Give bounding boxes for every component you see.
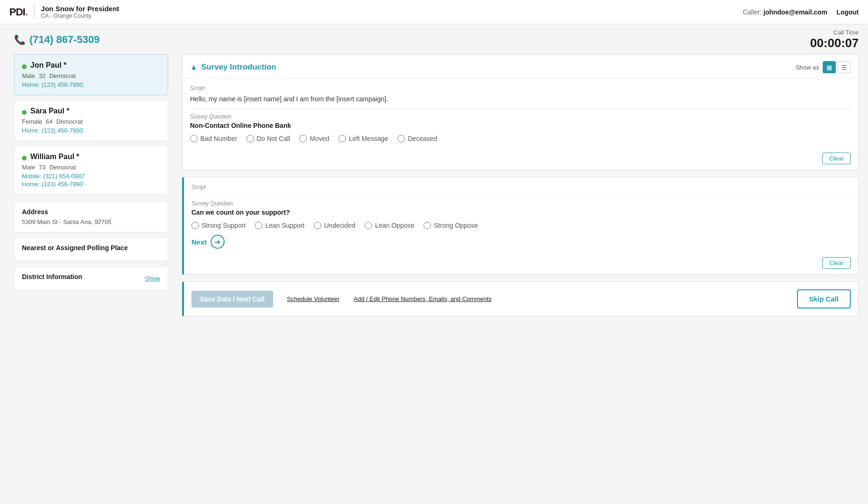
status-dot-jon	[22, 64, 27, 69]
radio-do-not-call[interactable]	[247, 135, 254, 142]
header-right: Caller: johndoe@email.com Logout	[743, 8, 859, 16]
district-section: District Information Show	[14, 266, 168, 290]
radio-undecided[interactable]	[314, 222, 321, 229]
option-lean-support[interactable]: Lean Support	[255, 222, 304, 229]
contact-age-jon: 32	[39, 72, 45, 79]
schedule-volunteer-link[interactable]: Schedule Volunteer	[287, 295, 340, 302]
show-as-section: Show as ▦ ☰	[796, 61, 851, 73]
survey-intro-title: ▲ Survey Introduction	[190, 63, 276, 72]
survey-intro-footer: Clear	[183, 153, 858, 170]
option-moved[interactable]: Moved	[299, 135, 329, 142]
radio-left-message[interactable]	[339, 135, 346, 142]
caller-label: Caller:	[743, 8, 762, 16]
option-label-lean-oppose: Lean Oppose	[375, 222, 414, 229]
option-label-strong-oppose: Strong Oppose	[434, 222, 478, 229]
main-content: 📞 (714) 867-5309 Jon Paul * Male 32 Demo…	[0, 24, 868, 326]
status-dot-william	[22, 156, 27, 161]
phone-number-display: 📞 (714) 867-5309	[14, 34, 168, 46]
contact-party-jon: Democrat	[49, 72, 76, 79]
survey-intro-header: ▲ Survey Introduction Show as ▦ ☰	[183, 55, 858, 78]
contact-name-row-william: William Paul *	[22, 153, 160, 164]
phone-home-william[interactable]: (123) 456-7890	[42, 181, 83, 188]
survey-support-card: Script Survey Question Can we count on y…	[182, 177, 859, 275]
script-label-intro: Script	[190, 85, 851, 91]
address-value: 5309 Main St - Santa Ana, 92705	[22, 218, 160, 225]
divider-intro	[190, 108, 851, 109]
phone-home-sara[interactable]: (123) 456-7890	[42, 127, 83, 134]
survey-support-body: Script Survey Question Can we count on y…	[184, 177, 858, 257]
option-lean-oppose[interactable]: Lean Oppose	[365, 222, 414, 229]
view-card-button[interactable]: ▦	[823, 61, 836, 73]
contact-party-william: Democrat	[49, 164, 76, 171]
radio-lean-oppose[interactable]	[365, 222, 372, 229]
survey-support-footer: Clear	[184, 257, 858, 274]
survey-intro-options: Bad Number Do Not Call Moved Left Messag…	[190, 135, 851, 142]
phone-home-jon[interactable]: (123) 456-7890	[42, 81, 83, 88]
option-label-deceased: Deceased	[408, 135, 437, 142]
save-next-call-button[interactable]: Save Data / Next Call	[191, 291, 273, 308]
clear-button-intro[interactable]: Clear	[822, 153, 851, 164]
contact-gender-william: Male	[22, 164, 35, 171]
next-icon-button[interactable]: ➜	[211, 235, 225, 249]
contact-name-row: Jon Paul *	[22, 61, 160, 72]
option-strong-oppose[interactable]: Strong Oppose	[423, 222, 478, 229]
phone-number-value: (714) 867-5309	[29, 34, 99, 46]
radio-bad-number[interactable]	[190, 135, 198, 142]
action-left: Save Data / Next Call Schedule Volunteer…	[191, 291, 492, 308]
campaign-sub: CA - Orange County	[41, 13, 120, 19]
phone-type-home-jon: Home:	[22, 81, 40, 88]
option-undecided[interactable]: Undecided	[314, 222, 355, 229]
option-label-left-message: Left Message	[349, 135, 388, 142]
logo: PDI.	[9, 6, 28, 18]
radio-lean-support[interactable]	[255, 222, 262, 229]
contact-phone-sara: Home: (123) 456-7890	[22, 127, 160, 134]
contact-name-row-sara: Sara Paul *	[22, 107, 160, 118]
radio-strong-support[interactable]	[191, 222, 199, 229]
logout-button[interactable]: Logout	[837, 8, 859, 16]
option-do-not-call[interactable]: Do Not Call	[247, 135, 290, 142]
option-deceased[interactable]: Deceased	[397, 135, 437, 142]
contact-age-sara: 64	[46, 118, 52, 125]
contact-age-william: 73	[39, 164, 45, 171]
contact-card-jon[interactable]: Jon Paul * Male 32 Democrat Home: (123) …	[14, 54, 168, 95]
address-section: Address 5309 Main St - Santa Ana, 92705	[14, 201, 168, 232]
district-show-link[interactable]: Show	[145, 275, 160, 282]
contact-card-william[interactable]: William Paul * Male 73 Democrat Mobile: …	[14, 146, 168, 195]
survey-question-label-intro: Survey Question	[190, 113, 851, 120]
add-edit-link[interactable]: Add / Edit Phone Numbers, Emails, and Co…	[353, 295, 492, 302]
clear-button-support[interactable]: Clear	[822, 257, 851, 269]
view-list-button[interactable]: ☰	[838, 61, 851, 73]
phone-type-home-sara: Home:	[22, 127, 40, 134]
radio-strong-oppose[interactable]	[423, 222, 431, 229]
survey-intro-body: Script Hello, my name is [insert name] a…	[183, 78, 858, 153]
chevron-up-icon[interactable]: ▲	[190, 63, 198, 71]
option-label-moved: Moved	[310, 135, 329, 142]
phone-mobile-william[interactable]: (321) 654-0987	[43, 173, 85, 180]
radio-moved[interactable]	[299, 135, 307, 142]
survey-support-options: Strong Support Lean Support Undecided Le…	[191, 222, 851, 229]
skip-call-button[interactable]: Skip Call	[797, 289, 851, 308]
left-panel: 📞 (714) 867-5309 Jon Paul * Male 32 Demo…	[0, 24, 177, 326]
option-label-undecided: Undecided	[324, 222, 355, 229]
option-strong-support[interactable]: Strong Support	[191, 222, 246, 229]
radio-deceased[interactable]	[397, 135, 405, 142]
contact-name-sara: Sara Paul *	[30, 107, 70, 115]
call-time-value: 00:00:07	[182, 36, 859, 50]
district-title: District Information	[22, 273, 82, 280]
header-left: PDI. Jon Snow for President CA - Orange …	[9, 5, 119, 19]
option-left-message[interactable]: Left Message	[339, 135, 388, 142]
contact-name-william: William Paul *	[30, 153, 79, 161]
next-label[interactable]: Next	[191, 238, 207, 246]
next-section: Next ➜	[191, 235, 851, 249]
campaign-name: Jon Snow for President	[41, 5, 120, 13]
header: PDI. Jon Snow for President CA - Orange …	[0, 0, 868, 24]
phone-icon: 📞	[14, 34, 26, 45]
contact-gender-jon: Male	[22, 72, 35, 79]
script-label-support: Script	[191, 184, 851, 190]
divider-support-script	[191, 195, 851, 196]
address-title: Address	[22, 208, 160, 216]
option-label-bad-number: Bad Number	[200, 135, 237, 142]
contact-card-sara[interactable]: Sara Paul * Female 64 Democrat Home: (12…	[14, 100, 168, 141]
option-label-do-not-call: Do Not Call	[257, 135, 290, 142]
option-bad-number[interactable]: Bad Number	[190, 135, 237, 142]
